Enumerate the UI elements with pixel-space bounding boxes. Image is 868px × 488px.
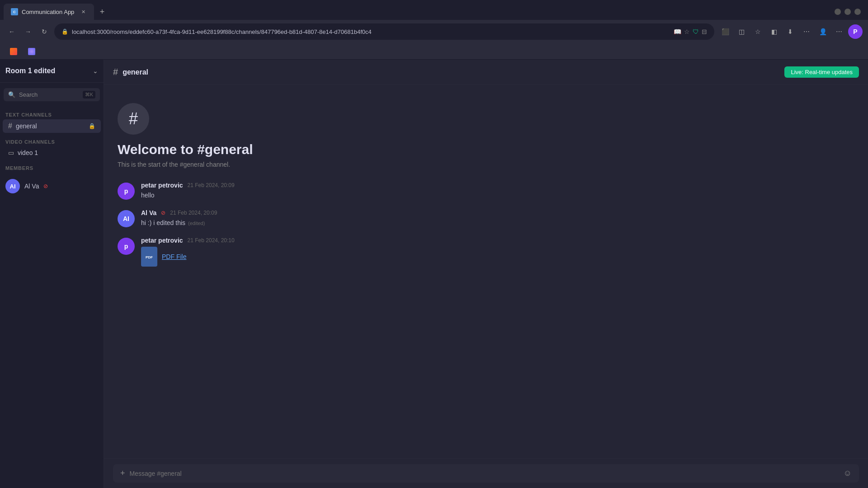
search-bar[interactable]: 🔍 Search ⌘K — [4, 88, 100, 101]
members-section-label: MEMBERS — [0, 160, 104, 173]
profile-avatar[interactable]: P — [848, 24, 863, 39]
message-input-area: + ☺ — [104, 458, 868, 488]
message-1-author: petar petrovic — [141, 182, 183, 189]
channel-name-general: general — [16, 122, 85, 130]
channel-header-hash-icon: # — [113, 67, 118, 77]
active-tab[interactable]: C Communication App ✕ — [4, 4, 94, 20]
message-3-author: petar petrovic — [141, 237, 183, 244]
message-3-content: petar petrovic 21 Feb 2024, 20:10 PDF PD… — [141, 237, 854, 267]
app-container: Room 1 edited ⌄ 🔍 Search ⌘K TEXT CHANNEL… — [0, 60, 868, 488]
member-avatar-alva: AI — [5, 179, 20, 193]
menu-button[interactable]: ⋯ — [832, 24, 846, 39]
url-text: localhost:3000/rooms/eddefc60-a73f-4fca-… — [72, 28, 670, 35]
message-1-text: hello — [141, 191, 854, 200]
message-1: p petar petrovic 21 Feb 2024, 20:09 hell… — [118, 182, 854, 200]
message-2: AI Al Va ⊘ 21 Feb 2024, 20:09 hi :) i ed… — [118, 209, 854, 228]
welcome-icon: # — [118, 103, 149, 135]
message-3-header: petar petrovic 21 Feb 2024, 20:10 — [141, 237, 854, 244]
account-button[interactable]: 👤 — [816, 24, 830, 39]
sidebar-chevron-icon: ⌄ — [93, 67, 98, 75]
message-2-header: Al Va ⊘ 21 Feb 2024, 20:09 — [141, 209, 854, 216]
member-badge-alva: ⊘ — [43, 183, 48, 189]
message-1-header: petar petrovic 21 Feb 2024, 20:09 — [141, 182, 854, 189]
welcome-hash-symbol: # — [129, 109, 138, 128]
video-icon: ▭ — [8, 149, 14, 156]
message-1-content: petar petrovic 21 Feb 2024, 20:09 hello — [141, 182, 854, 200]
maximize-button[interactable] — [844, 9, 851, 15]
tab-title: Communication App — [22, 9, 76, 15]
downloads-button[interactable]: ⬇ — [783, 24, 797, 39]
address-icons: 📖 ☆ 🛡 ⊟ — [674, 28, 707, 35]
bookmark-2[interactable] — [24, 46, 40, 57]
forward-button[interactable]: → — [22, 25, 34, 38]
svg-text:C: C — [13, 10, 16, 14]
emoji-button[interactable]: ☺ — [844, 469, 852, 478]
message-input-box: + ☺ — [113, 464, 859, 483]
message-input[interactable] — [130, 470, 839, 477]
toolbar-icons: ⬛ ◫ ☆ ◧ ⬇ ⋯ 👤 ⋯ P — [718, 24, 863, 39]
sidebar-title: Room 1 edited — [5, 67, 55, 75]
bookmarks-bar — [0, 43, 868, 60]
message-3-avatar: p — [118, 238, 135, 255]
sidebar: Room 1 edited ⌄ 🔍 Search ⌘K TEXT CHANNEL… — [0, 60, 104, 488]
main-content: # general Live: Real-time updates # Welc… — [104, 60, 868, 488]
tab-favicon: C — [11, 8, 18, 15]
message-1-avatar: p — [118, 183, 135, 200]
browser-chrome: C Communication App ✕ + ← → ↻ 🔒 localhos… — [0, 0, 868, 60]
channel-header-name: general — [123, 68, 148, 76]
svg-text:PDF: PDF — [146, 255, 153, 259]
channel-header: # general Live: Real-time updates — [104, 60, 868, 85]
tab-bar: C Communication App ✕ + — [0, 0, 868, 20]
channel-hash-icon: # — [8, 122, 12, 130]
minimize-button[interactable] — [835, 9, 841, 15]
message-add-button[interactable]: + — [120, 469, 125, 478]
tab-close-button[interactable]: ✕ — [80, 8, 87, 15]
close-button[interactable] — [854, 9, 861, 15]
message-2-badge: ⊘ — [161, 210, 165, 216]
message-2-edited-label: (edited) — [188, 221, 205, 226]
text-channels-section-label: TEXT CHANNELS — [0, 107, 104, 119]
lock-icon: 🔒 — [61, 28, 68, 35]
address-bar[interactable]: 🔒 localhost:3000/rooms/eddefc60-a73f-4fc… — [54, 23, 714, 40]
message-2-timestamp: 21 Feb 2024, 20:09 — [170, 210, 217, 216]
bookmark-1[interactable] — [5, 46, 22, 57]
message-2-text: hi :) i edited this(edited) — [141, 218, 854, 228]
shield-icon[interactable]: 🛡 — [693, 28, 699, 35]
messages-area[interactable]: # Welcome to #general This is the start … — [104, 85, 868, 458]
pdf-file-icon: PDF — [141, 247, 157, 267]
new-tab-button[interactable]: + — [96, 5, 108, 18]
channel-welcome: # Welcome to #general This is the start … — [118, 94, 854, 168]
address-bar-row: ← → ↻ 🔒 localhost:3000/rooms/eddefc60-a7… — [0, 20, 868, 43]
message-2-avatar: AI — [118, 210, 135, 227]
search-shortcut: ⌘K — [83, 91, 95, 99]
message-1-timestamp: 21 Feb 2024, 20:09 — [188, 182, 235, 188]
pdf-file-link[interactable]: PDF File — [162, 253, 186, 260]
star-icon[interactable]: ☆ — [684, 28, 690, 35]
window-controls — [835, 9, 864, 15]
pdf-attachment[interactable]: PDF PDF File — [141, 247, 854, 267]
reload-button[interactable]: ↻ — [38, 25, 51, 38]
split-icon[interactable]: ⊟ — [702, 28, 707, 35]
video-channel-name: video 1 — [18, 149, 38, 156]
welcome-title: Welcome to #general — [118, 142, 253, 157]
message-3: p petar petrovic 21 Feb 2024, 20:10 PDF … — [118, 237, 854, 267]
member-name-alva: Al Va — [24, 183, 39, 190]
sidebar-header[interactable]: Room 1 edited ⌄ — [0, 60, 104, 83]
browser-extras-button[interactable]: ⋯ — [799, 24, 814, 39]
member-item-alva[interactable]: AI Al Va ⊘ — [0, 176, 104, 196]
collections-button[interactable]: ◧ — [767, 24, 781, 39]
channel-lock-icon: 🔒 — [89, 123, 95, 129]
channel-item-general[interactable]: # general 🔒 — [3, 119, 101, 133]
members-section: AI Al Va ⊘ — [0, 173, 104, 200]
message-2-content: Al Va ⊘ 21 Feb 2024, 20:09 hi :) i edite… — [141, 209, 854, 228]
message-3-timestamp: 21 Feb 2024, 20:10 — [188, 237, 235, 244]
read-mode-icon[interactable]: 📖 — [674, 28, 681, 35]
bookmarks-button[interactable]: ☆ — [750, 24, 765, 39]
welcome-subtitle: This is the start of the #general channe… — [118, 161, 230, 168]
extensions-button[interactable]: ⬛ — [718, 24, 732, 39]
search-icon: 🔍 — [8, 91, 15, 98]
back-button[interactable]: ← — [5, 25, 18, 38]
bookmark-favicon-1 — [10, 48, 17, 55]
sidebar-button[interactable]: ◫ — [734, 24, 749, 39]
video-channel-video1[interactable]: ▭ video 1 — [3, 146, 101, 159]
